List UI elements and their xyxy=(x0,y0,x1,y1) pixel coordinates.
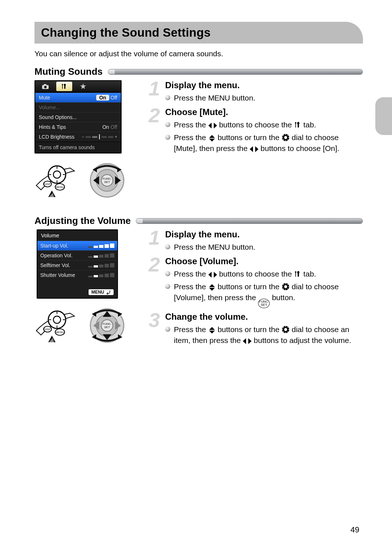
menu-glyph: MENU xyxy=(208,243,230,251)
row-label: Volume... xyxy=(39,105,60,110)
step: 2 Choose [Volume]. Press the buttons to … xyxy=(147,256,363,309)
svg-text:FUNC.: FUNC. xyxy=(103,177,111,180)
row-value: On Off xyxy=(96,95,117,101)
svg-text:MENU: MENU xyxy=(56,331,64,334)
manual-page: { "title": "Changing the Sound Settings"… xyxy=(0,0,392,552)
volume-left-column: Volume Start-up Vol. Operation Vol. Self… xyxy=(34,229,136,345)
left-right-icon xyxy=(208,122,217,129)
func-set-icon: FUNC.SET xyxy=(258,299,270,308)
left-right-icon xyxy=(208,271,217,278)
tools-icon xyxy=(294,270,301,278)
svg-text:SET: SET xyxy=(104,180,110,184)
bullet-text: Press the buttons or turn the dial to ch… xyxy=(174,324,363,346)
bullet-dot-icon xyxy=(165,284,170,289)
volume-menu-footer: MENU xyxy=(37,280,117,298)
vol-row-shutter: Shutter Volume xyxy=(37,270,117,280)
up-down-icon xyxy=(208,327,216,334)
vol-row-operation: Operation Vol. xyxy=(37,250,117,260)
step-body: Choose [Mute]. Press the buttons to choo… xyxy=(165,107,363,155)
step-title: Display the menu. xyxy=(165,229,363,240)
section-rule xyxy=(136,218,363,224)
mute-columns: Mute On Off Volume... Sound Options... H… xyxy=(34,80,363,200)
lcd-slider: − + xyxy=(82,134,117,139)
volume-bars xyxy=(88,253,114,258)
bullet: Press the MENU button. xyxy=(165,93,363,103)
bullet: Press the buttons to choose the tab. xyxy=(165,269,363,279)
svg-text:DISP.: DISP. xyxy=(44,328,51,331)
volume-bars xyxy=(88,273,114,277)
step: 1 Display the menu. Press the MENU butto… xyxy=(147,80,363,105)
mute-steps: 1 Display the menu. Press the MENU butto… xyxy=(147,80,363,158)
mute-left-column: Mute On Off Volume... Sound Options... H… xyxy=(34,80,136,200)
svg-text:DISP.: DISP. xyxy=(44,183,51,186)
menu-row-hints: Hints & Tips On Off xyxy=(35,122,121,132)
step-title: Change the volume. xyxy=(165,312,363,322)
camera-illustration-pair: DISP. MENU FUNC. SET xyxy=(34,306,136,345)
dial-icon xyxy=(282,326,290,334)
menu-row-mute: Mute On Off xyxy=(35,93,121,102)
mute-on-pill: On xyxy=(96,95,109,101)
step: 1 Display the menu. Press the MENU butto… xyxy=(147,229,363,254)
bullet: Press the buttons or turn the dial to ch… xyxy=(165,132,363,154)
bullet: Press the buttons to choose the tab. xyxy=(165,119,363,130)
step-title: Display the menu. xyxy=(165,80,363,90)
row-label: LCD Brightness xyxy=(39,134,74,140)
bullet-dot-icon xyxy=(165,327,170,332)
row-label: Sound Options... xyxy=(39,114,77,120)
bullet: Press the MENU button. xyxy=(165,242,363,253)
menu-back-tag: MENU xyxy=(89,289,114,295)
camera-illustration-pair: DISP. MENU FUNC. SET xyxy=(34,161,136,200)
bullet-dot-icon xyxy=(165,244,170,249)
svg-point-25 xyxy=(53,171,61,178)
vol-row-selftimer: Selftimer Vol. xyxy=(37,260,117,270)
camera-menu-volume: Volume Start-up Vol. Operation Vol. Self… xyxy=(37,229,118,299)
step-number: 2 xyxy=(147,107,162,155)
section-heading-mute: Muting Sounds xyxy=(34,66,363,77)
menu-tabs xyxy=(35,81,121,93)
page-title: Changing the Sound Settings xyxy=(41,26,211,40)
intro-text: You can silence or adjust the volume of … xyxy=(34,49,363,58)
row-label: Hints & Tips xyxy=(39,124,66,130)
step: 3 Change the volume. Press the buttons o… xyxy=(147,312,363,348)
menu-help-text: Turns off camera sounds xyxy=(35,142,121,153)
step: 2 Choose [Mute]. Press the buttons to ch… xyxy=(147,107,363,155)
hints-off: Off xyxy=(111,124,117,130)
row-label: Operation Vol. xyxy=(40,253,73,258)
volume-menu-title: Volume xyxy=(37,230,117,241)
dpad-lr-icon: FUNC. SET xyxy=(85,161,129,200)
page-title-bar: Changing the Sound Settings xyxy=(34,22,363,44)
bullet-text: Press the buttons or turn the dial to ch… xyxy=(174,281,363,308)
row-label: Selftimer Vol. xyxy=(40,262,70,268)
tab-tools-icon xyxy=(56,82,72,91)
bullet-text: Press the MENU button. xyxy=(174,242,363,253)
bullet-dot-icon xyxy=(165,122,170,127)
svg-text:SET: SET xyxy=(104,326,110,329)
step-number: 2 xyxy=(147,256,162,309)
tab-camera-icon xyxy=(37,82,53,91)
side-tab xyxy=(375,97,392,135)
tab-star-icon xyxy=(75,82,91,91)
bullet-dot-icon xyxy=(165,95,170,100)
row-label: Mute xyxy=(39,95,50,101)
volume-bars xyxy=(88,263,114,267)
hints-on: On xyxy=(102,124,109,130)
bullet-dot-icon xyxy=(165,271,170,276)
left-right-icon xyxy=(243,338,252,344)
row-value: On Off xyxy=(102,124,117,130)
dial-icon xyxy=(282,134,290,142)
menu-glyph: MENU xyxy=(208,94,230,102)
dial-icon xyxy=(282,283,290,291)
svg-text:FUNC.: FUNC. xyxy=(103,322,111,326)
step-title: Choose [Mute]. xyxy=(165,107,363,117)
up-down-icon xyxy=(208,284,216,291)
bullet: Press the buttons or turn the dial to ch… xyxy=(165,324,363,346)
menu-rows: Mute On Off Volume... Sound Options... H… xyxy=(35,93,121,142)
menu-row-lcd: LCD Brightness − + xyxy=(35,132,121,142)
step-number: 1 xyxy=(147,229,162,254)
bullet-dot-icon xyxy=(165,135,170,140)
svg-text:MENU: MENU xyxy=(56,185,64,189)
bullet: Press the buttons or turn the dial to ch… xyxy=(165,281,363,308)
section-rule xyxy=(108,69,363,75)
left-right-icon xyxy=(250,146,258,152)
section-title: Muting Sounds xyxy=(34,66,103,77)
